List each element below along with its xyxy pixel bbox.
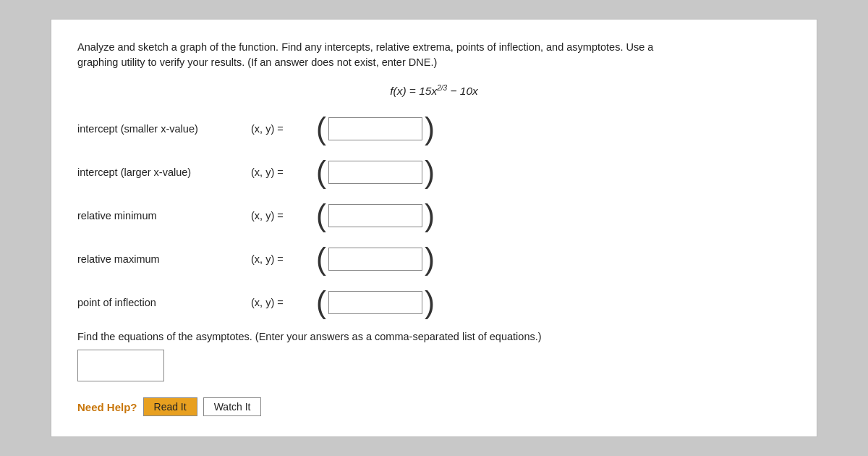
paren-close-4: ) bbox=[425, 287, 435, 318]
read-it-button[interactable]: Read It bbox=[143, 397, 197, 416]
input-intercept-small[interactable] bbox=[328, 117, 422, 140]
function-display: f(x) = 15x2/3 − 10x bbox=[77, 84, 791, 98]
input-relative-min[interactable] bbox=[328, 204, 422, 227]
label-inflection: point of inflection bbox=[77, 297, 251, 308]
row-relative-min: relative minimum (x, y) = ( ) bbox=[77, 200, 791, 231]
row-intercept-small: intercept (smaller x-value) (x, y) = ( ) bbox=[77, 114, 791, 144]
paren-close-1: ) bbox=[425, 157, 435, 187]
paren-open-1: ( bbox=[316, 157, 326, 187]
paren-open-2: ( bbox=[316, 200, 326, 231]
input-intercept-large[interactable] bbox=[328, 161, 422, 184]
xy-label-2: (x, y) = bbox=[251, 210, 316, 221]
main-card: Analyze and sketch a graph of the functi… bbox=[51, 19, 817, 438]
input-relative-max[interactable] bbox=[328, 248, 422, 271]
instruction-text: Analyze and sketch a graph of the functi… bbox=[77, 40, 791, 72]
row-inflection: point of inflection (x, y) = ( ) bbox=[77, 287, 791, 318]
paren-open-0: ( bbox=[316, 114, 326, 144]
input-inflection[interactable] bbox=[328, 291, 422, 314]
label-relative-max: relative maximum bbox=[77, 253, 251, 265]
watch-it-button[interactable]: Watch It bbox=[203, 397, 262, 416]
asymptote-label: Find the equations of the asymptotes. (E… bbox=[77, 331, 791, 342]
row-relative-max: relative maximum (x, y) = ( ) bbox=[77, 244, 791, 274]
asymptote-section: Find the equations of the asymptotes. (E… bbox=[77, 331, 791, 381]
xy-label-0: (x, y) = bbox=[251, 123, 316, 135]
label-intercept-large: intercept (larger x-value) bbox=[77, 166, 251, 178]
label-intercept-small: intercept (smaller x-value) bbox=[77, 123, 251, 135]
row-intercept-large: intercept (larger x-value) (x, y) = ( ) bbox=[77, 157, 791, 187]
help-row: Need Help? Read It Watch It bbox=[77, 397, 791, 416]
paren-close-0: ) bbox=[425, 114, 435, 144]
paren-close-2: ) bbox=[425, 200, 435, 231]
xy-label-1: (x, y) = bbox=[251, 166, 316, 178]
paren-close-3: ) bbox=[425, 244, 435, 274]
paren-open-4: ( bbox=[316, 287, 326, 318]
asymptote-input[interactable] bbox=[77, 350, 164, 381]
xy-label-4: (x, y) = bbox=[251, 297, 316, 308]
xy-label-3: (x, y) = bbox=[251, 253, 316, 265]
paren-open-3: ( bbox=[316, 244, 326, 274]
label-relative-min: relative minimum bbox=[77, 210, 251, 221]
need-help-label: Need Help? bbox=[77, 401, 137, 413]
